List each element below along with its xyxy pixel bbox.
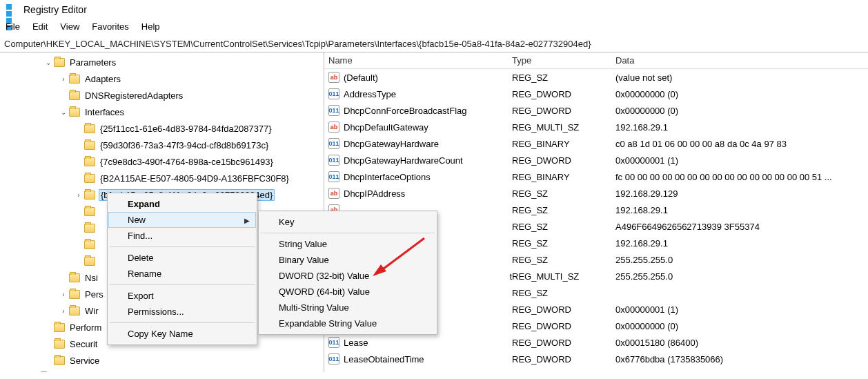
menu-view[interactable]: View: [60, 21, 79, 32]
value-row[interactable]: 011DhcpConnForceBroadcastFlagREG_DWORD0x…: [324, 102, 868, 119]
value-type: REG_SZ: [512, 255, 615, 265]
ctx-new-binary[interactable]: Binary Value: [259, 252, 436, 268]
folder-icon: [69, 108, 80, 117]
value-data: 0x00000000 (0): [615, 89, 868, 99]
ctx-new[interactable]: New ▶: [108, 212, 256, 228]
ctx-new-expand[interactable]: Expandable String Value: [259, 315, 436, 331]
tree-if1[interactable]: {59d30f36-73a3-47f3-94cd-cf8d8b69173c}: [3, 137, 324, 153]
value-type: REG_DWORD: [512, 89, 615, 99]
address-bar[interactable]: Computer\HKEY_LOCAL_MACHINE\SYSTEM\Curre…: [0, 36, 868, 52]
tree-if0[interactable]: {25f11cc1-61e6-4d83-9784-84fda2087377}: [3, 120, 324, 137]
value-data: 192.168.29.1: [615, 205, 868, 215]
menu-help[interactable]: Help: [141, 21, 160, 32]
ctx-new-qword[interactable]: QWORD (64-bit) Value: [259, 284, 436, 300]
chevron-right-icon[interactable]: [59, 290, 68, 298]
value-type: REG_SZ: [512, 188, 615, 199]
regedit-icon: [6, 3, 18, 16]
folder-icon: [69, 75, 80, 84]
spacer: [75, 257, 83, 265]
value-row[interactable]: 011LeaseREG_DWORD0x00015180 (86400): [324, 334, 868, 351]
value-name: DhcpDefaultGateway: [344, 122, 512, 133]
value-row[interactable]: 011DhcpInterfaceOptionsREG_BINARYfc 00 0…: [324, 168, 868, 185]
value-row[interactable]: abDhcpDefaultGatewayREG_MULTI_SZ192.168.…: [324, 119, 868, 135]
value-data: 192.168.29.1: [615, 238, 868, 249]
value-name: AddressType: [344, 89, 512, 99]
ctx-copykey[interactable]: Copy Key Name: [108, 326, 256, 342]
value-data: 255.255.255.0: [615, 255, 868, 265]
value-data: 0x00000001 (1): [615, 155, 868, 166]
folder-icon: [84, 157, 95, 166]
value-row[interactable]: 011AddressTypeREG_DWORD0x00000000 (0): [324, 86, 868, 102]
value-data: 192.168.29.1: [615, 122, 868, 133]
value-type: REG_BINARY: [512, 172, 615, 182]
folder-icon: [54, 340, 65, 349]
folder-icon: [84, 141, 95, 150]
value-type: REG_SZ: [512, 222, 615, 232]
menu-favorites[interactable]: Favorites: [92, 21, 128, 32]
value-row[interactable]: 011DhcpGatewayHardwareREG_BINARYc0 a8 1d…: [324, 135, 868, 152]
tree-interfaces[interactable]: Interfaces: [3, 104, 324, 120]
value-row[interactable]: 011LeaseObtainedTimeREG_DWORD0x6776bdba …: [324, 351, 868, 367]
tree-adapters[interactable]: Adapters: [3, 70, 324, 87]
ctx-new-key[interactable]: Key: [259, 214, 436, 230]
col-data[interactable]: Data: [615, 55, 868, 66]
value-name: DhcpGatewayHardwareCount: [344, 155, 512, 166]
col-type[interactable]: Type: [512, 55, 615, 66]
ctx-find[interactable]: Find...: [108, 228, 256, 244]
menu-edit[interactable]: Edit: [32, 21, 48, 32]
folder-icon: [69, 273, 80, 282]
chevron-down-icon[interactable]: [44, 58, 52, 66]
ctx-expand[interactable]: Expand: [108, 196, 256, 212]
string-value-icon: ab: [328, 72, 339, 83]
value-row[interactable]: abDhcpIPAddressREG_SZ192.168.29.129: [324, 185, 868, 202]
folder-icon: [84, 124, 95, 133]
ctx-new-multi[interactable]: Multi-String Value: [259, 300, 436, 315]
folder-icon: [69, 290, 80, 299]
ctx-export[interactable]: Export: [108, 288, 256, 304]
folder-icon: [54, 356, 65, 365]
tree-dnsreg[interactable]: DNSRegisteredAdapters: [3, 87, 324, 104]
value-type: REG_DWORD: [512, 321, 615, 331]
value-type: REG_DWORD: [512, 354, 615, 365]
tree-if2[interactable]: {7c9e8dc3-490f-4764-898a-ce15bc961493}: [3, 153, 324, 170]
string-value-icon: ab: [328, 122, 339, 133]
value-type: REG_DWORD: [512, 304, 615, 315]
chevron-right-icon[interactable]: [59, 75, 68, 83]
value-type: REG_SZ: [512, 72, 615, 83]
binary-value-icon: 011: [328, 353, 339, 365]
spacer: [59, 91, 68, 99]
value-type: REG_BINARY: [512, 139, 615, 149]
folder-icon: [84, 174, 95, 183]
value-row[interactable]: 011DhcpGatewayHardwareCountREG_DWORD0x00…: [324, 152, 868, 168]
spacer: [75, 224, 83, 232]
value-data: 0x00000000 (0): [615, 321, 868, 331]
spacer: [75, 141, 83, 149]
tree-tcpip6[interactable]: Tcpip6: [3, 369, 324, 372]
tree-if3[interactable]: {B2A115AE-E507-4805-94D9-A136FBFC30F8}: [3, 170, 324, 186]
chevron-right-icon[interactable]: [59, 307, 68, 315]
value-data: 192.168.29.129: [615, 188, 868, 199]
value-type: REG_DWORD: [512, 155, 615, 166]
menu-file[interactable]: File: [6, 21, 20, 32]
value-row[interactable]: ab(Default)REG_SZ(value not set): [324, 69, 868, 86]
ctx-delete[interactable]: Delete: [108, 250, 256, 266]
separator: [110, 284, 255, 285]
spacer: [59, 273, 68, 282]
chevron-right-icon[interactable]: [75, 191, 83, 199]
chevron-down-icon[interactable]: [59, 108, 68, 116]
value-data: 255.255.255.0: [615, 271, 868, 282]
tree-parameters[interactable]: Parameters: [3, 54, 324, 70]
value-type: REG_DWORD: [512, 106, 615, 116]
value-data: fc 00 00 00 00 00 00 00 00 00 00 00 00 0…: [615, 172, 868, 182]
value-name: Lease: [344, 338, 512, 348]
folder-icon: [84, 240, 95, 249]
ctx-new-dword[interactable]: DWORD (32-bit) Value: [259, 268, 436, 284]
ctx-rename[interactable]: Rename: [108, 266, 256, 282]
ctx-permissions[interactable]: Permissions...: [108, 304, 256, 320]
chevron-right-icon: ▶: [244, 216, 250, 224]
spacer: [75, 207, 83, 215]
col-name[interactable]: Name: [328, 55, 512, 66]
value-type: REG_SZ: [512, 238, 615, 249]
ctx-new-string[interactable]: String Value: [259, 236, 436, 252]
tree-service[interactable]: Service: [3, 352, 324, 369]
